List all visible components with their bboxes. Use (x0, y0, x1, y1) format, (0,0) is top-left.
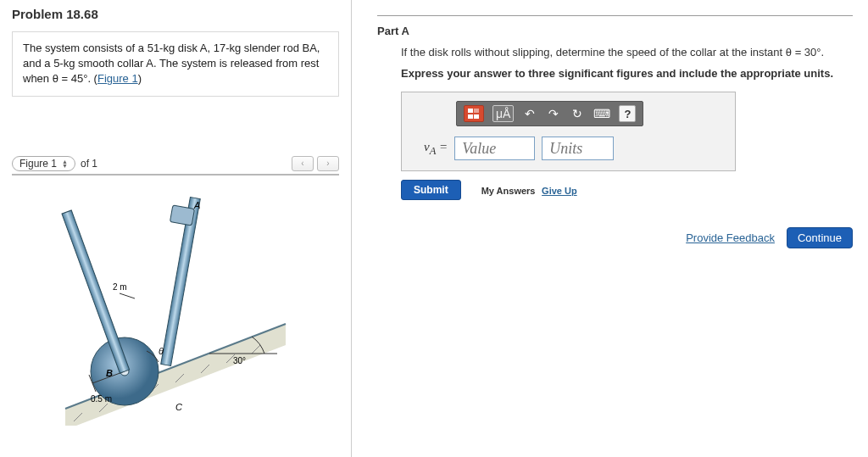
continue-button[interactable]: Continue (787, 227, 853, 248)
svg-rect-21 (468, 114, 473, 119)
svg-rect-16 (62, 210, 130, 373)
rod-length: 2 m (113, 282, 127, 292)
figure-nav: ‹ › (292, 156, 339, 171)
problem-title: Problem 18.68 (12, 0, 339, 31)
units-input[interactable] (542, 137, 614, 160)
svg-rect-19 (468, 109, 473, 113)
my-answers-group: My Answers Give Up (481, 184, 577, 197)
figure-section: Figure 1 ▲▼ of 1 ‹ › (12, 156, 339, 430)
ground-label: C (175, 402, 182, 412)
figure-link[interactable]: Figure 1 (97, 72, 138, 85)
svg-rect-20 (474, 109, 479, 113)
figure-svg: 30° B 0.5 m A (48, 188, 303, 426)
keyboard-icon[interactable]: ⌨ (593, 105, 610, 122)
disk-radius: 0.5 m (91, 394, 112, 404)
figure-selector[interactable]: Figure 1 ▲▼ (12, 156, 75, 171)
figure-prev-button[interactable]: ‹ (292, 156, 314, 171)
variable-label: vA = (424, 140, 448, 158)
figure-next-button[interactable]: › (317, 156, 339, 171)
part-a-body: If the disk rolls without slipping, dete… (377, 46, 853, 200)
templates-icon[interactable] (464, 105, 484, 122)
symbols-icon[interactable]: μÅ (492, 105, 514, 122)
give-up-link[interactable]: Give Up (542, 186, 577, 196)
figure-header: Figure 1 ▲▼ of 1 ‹ › (12, 156, 339, 176)
provide-feedback-link[interactable]: Provide Feedback (686, 231, 775, 244)
incline-angle: 30° (233, 356, 246, 365)
part-a-prompt: If the disk rolls without slipping, dete… (401, 46, 853, 59)
problem-text: The system consists of a 51-kg disk A, 1… (23, 42, 320, 85)
part-a-instruction: Express your answer to three significant… (401, 67, 853, 80)
stepper-icon: ▲▼ (62, 159, 68, 168)
right-panel: Part A If the disk rolls without slippin… (352, 0, 868, 457)
collar-label: A (193, 200, 200, 210)
value-input[interactable] (454, 137, 535, 160)
theta-label: θ (159, 346, 164, 356)
svg-rect-22 (474, 114, 479, 119)
left-panel: Problem 18.68 The system consists of a 5… (0, 0, 352, 457)
figure-canvas: 30° B 0.5 m A (12, 176, 339, 430)
my-answers-label: My Answers (481, 186, 536, 196)
answer-box: μÅ ↶ ↷ ↻ ⌨ ? vA = (401, 92, 736, 171)
footer-row: Provide Feedback Continue (686, 227, 853, 248)
reset-icon[interactable]: ↻ (570, 105, 585, 122)
svg-line-18 (120, 293, 135, 298)
help-icon[interactable]: ? (619, 105, 636, 122)
answer-input-row: vA = (424, 137, 723, 160)
redo-icon[interactable]: ↷ (546, 105, 561, 122)
submit-row: Submit My Answers Give Up (401, 180, 853, 200)
figure-count: of 1 (81, 158, 97, 170)
problem-tail: ) (138, 72, 142, 85)
divider (377, 15, 853, 16)
figure-selector-label: Figure 1 (19, 158, 57, 170)
part-a-label: Part A (377, 25, 853, 37)
submit-button[interactable]: Submit (401, 180, 461, 200)
svg-rect-17 (170, 204, 194, 225)
undo-icon[interactable]: ↶ (522, 105, 537, 122)
problem-statement: The system consists of a 51-kg disk A, 1… (12, 31, 339, 97)
answer-toolbar: μÅ ↶ ↷ ↻ ⌨ ? (456, 101, 643, 126)
